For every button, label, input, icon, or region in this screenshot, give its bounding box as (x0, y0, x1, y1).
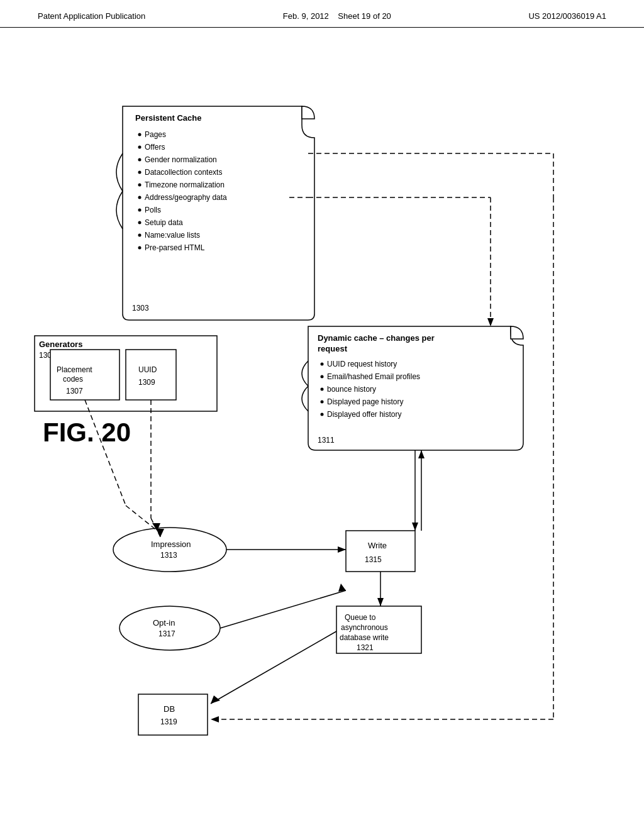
header-center: Feb. 9, 2012 Sheet 19 of 20 (283, 11, 391, 21)
dynamic-cache-box: Dynamic cache – changes per request UUID… (302, 323, 523, 450)
svg-point-50 (119, 606, 220, 650)
svg-text:database write: database write (340, 633, 389, 642)
svg-text:Write: Write (368, 541, 387, 550)
svg-point-2 (138, 146, 142, 149)
svg-text:Polls: Polls (145, 206, 161, 214)
svg-text:Timezone normalization: Timezone normalization (145, 180, 225, 189)
svg-text:Generators: Generators (39, 340, 82, 349)
svg-line-84 (211, 631, 336, 704)
svg-text:Setuip data: Setuip data (145, 218, 183, 227)
svg-rect-47 (346, 531, 415, 572)
queue-box: Queue to asynchronous database write 132… (336, 606, 421, 653)
svg-marker-71 (412, 523, 418, 531)
svg-line-82 (220, 590, 346, 628)
diagram-area: FIG. 20 Persistent Cache Pages Offers Ge… (0, 28, 644, 820)
db-box: DB 1319 (138, 694, 208, 735)
svg-text:1303: 1303 (132, 304, 149, 313)
header-right: US 2012/0036019 A1 (528, 11, 606, 21)
persistent-cache-box: Persistent Cache Pages Offers Gender nor… (116, 106, 314, 320)
svg-text:Queue to: Queue to (345, 613, 376, 622)
svg-text:Dynamic cache – changes per: Dynamic cache – changes per (318, 333, 435, 343)
svg-rect-41 (126, 350, 176, 400)
persistent-cache-title: Persistent Cache (135, 113, 202, 123)
svg-point-14 (138, 221, 142, 224)
svg-text:1309: 1309 (138, 378, 155, 387)
svg-text:UUID: UUID (138, 365, 157, 374)
svg-point-23 (321, 363, 324, 366)
main-svg: Persistent Cache Pages Offers Gender nor… (0, 28, 644, 820)
svg-rect-37 (50, 350, 119, 400)
svg-marker-85 (211, 695, 220, 704)
svg-text:Address/geography data: Address/geography data (145, 193, 227, 202)
page-header: Patent Application Publication Feb. 9, 2… (0, 0, 644, 28)
svg-marker-88 (418, 450, 425, 458)
svg-point-31 (321, 413, 324, 416)
svg-point-6 (138, 171, 142, 174)
svg-text:Name:value lists: Name:value lists (145, 231, 200, 240)
svg-point-44 (113, 528, 226, 572)
impression-box: Impression 1313 (113, 528, 226, 572)
svg-point-10 (138, 196, 142, 199)
svg-text:UUID request history: UUID request history (327, 360, 397, 368)
svg-text:Offers: Offers (145, 143, 165, 152)
svg-text:Pages: Pages (145, 130, 166, 139)
svg-text:1315: 1315 (365, 555, 382, 564)
svg-text:bounce history: bounce history (327, 385, 376, 394)
generators-box: Generators 1305 Placement codes 1307 UUI… (35, 336, 217, 411)
svg-point-0 (138, 133, 142, 136)
svg-text:codes: codes (63, 375, 83, 384)
svg-point-18 (138, 246, 142, 250)
svg-line-73 (126, 506, 157, 531)
svg-marker-79 (338, 546, 346, 553)
svg-point-12 (138, 209, 142, 212)
svg-text:Displayed offer history: Displayed offer history (327, 410, 402, 419)
svg-text:Opt-in: Opt-in (153, 618, 175, 628)
opt-in-box: Opt-in 1317 (119, 606, 220, 650)
svg-point-27 (321, 388, 324, 391)
svg-text:1321: 1321 (357, 643, 374, 652)
svg-point-25 (321, 375, 324, 379)
svg-text:asynchronous: asynchronous (341, 623, 388, 632)
write-box: Write 1315 (346, 531, 415, 572)
svg-text:1317: 1317 (158, 629, 175, 638)
svg-text:1307: 1307 (66, 387, 83, 396)
svg-text:DB: DB (164, 704, 175, 714)
svg-text:Datacollection contexts: Datacollection contexts (145, 168, 222, 177)
svg-text:request: request (318, 344, 348, 353)
svg-text:Gender normalization: Gender normalization (145, 155, 217, 164)
svg-marker-81 (377, 598, 384, 606)
svg-text:Impression: Impression (151, 540, 191, 549)
svg-point-4 (138, 158, 142, 162)
svg-text:1313: 1313 (160, 551, 177, 560)
svg-rect-58 (138, 694, 208, 735)
svg-text:Displayed page history: Displayed page history (327, 397, 403, 406)
svg-text:Email/hashed Email profiles: Email/hashed Email profiles (327, 372, 420, 381)
svg-marker-67 (211, 716, 219, 722)
svg-point-8 (138, 184, 142, 187)
svg-text:Pre-parsed HTML: Pre-parsed HTML (145, 243, 205, 252)
svg-text:1311: 1311 (318, 436, 335, 445)
header-left: Patent Application Publication (38, 11, 145, 21)
svg-point-29 (321, 401, 324, 404)
svg-text:Placement: Placement (57, 365, 92, 374)
svg-line-72 (85, 400, 126, 506)
svg-point-16 (138, 234, 142, 237)
svg-text:1319: 1319 (160, 717, 177, 726)
svg-marker-63 (487, 318, 494, 326)
svg-marker-83 (338, 584, 346, 592)
